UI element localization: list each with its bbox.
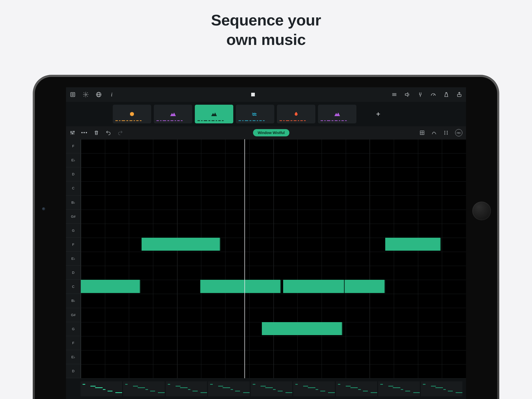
timeline-segment[interactable] bbox=[208, 381, 250, 396]
pattern-preview-dashes bbox=[321, 120, 354, 121]
instrument-mountain-3[interactable] bbox=[318, 105, 356, 123]
device-camera bbox=[42, 207, 45, 210]
midi-note[interactable] bbox=[81, 280, 141, 293]
timeline-segment[interactable] bbox=[81, 381, 122, 396]
midi-note[interactable] bbox=[283, 280, 345, 293]
pattern-preview-dashes bbox=[197, 120, 231, 121]
midi-note[interactable] bbox=[200, 280, 281, 293]
pitch-label: G# bbox=[66, 308, 81, 322]
pattern-preview-dashes bbox=[156, 120, 190, 121]
stop-button[interactable] bbox=[250, 91, 256, 98]
pitch-label: D bbox=[66, 167, 81, 181]
record-button[interactable]: rec bbox=[455, 129, 462, 136]
midi-note[interactable] bbox=[262, 322, 343, 335]
grid-icon[interactable] bbox=[419, 130, 425, 136]
info-icon[interactable]: i bbox=[109, 91, 115, 98]
pattern-preview-dashes bbox=[280, 120, 313, 121]
pitch-label: G# bbox=[66, 210, 81, 224]
flame-icon bbox=[293, 111, 299, 117]
pitch-label: E♭ bbox=[66, 153, 81, 167]
midi-note[interactable] bbox=[385, 238, 441, 251]
device-bezel: i bbox=[35, 77, 497, 399]
timeline-segment[interactable] bbox=[421, 381, 462, 396]
hero-heading: Sequence your own music bbox=[0, 0, 532, 55]
add-instrument-button[interactable]: + bbox=[359, 105, 397, 123]
metronome-icon[interactable] bbox=[443, 91, 449, 98]
timeline-segment[interactable] bbox=[336, 381, 377, 396]
instrument-flame[interactable] bbox=[277, 105, 315, 123]
timeline-segment[interactable] bbox=[251, 381, 292, 396]
svg-line-13 bbox=[433, 94, 434, 96]
trash-icon[interactable] bbox=[94, 130, 99, 136]
pitch-label: B♭ bbox=[66, 294, 81, 308]
pitch-label: C bbox=[66, 280, 81, 294]
pattern-preview-dashes bbox=[238, 120, 272, 121]
sliders-icon[interactable] bbox=[70, 130, 75, 136]
playhead[interactable] bbox=[244, 139, 245, 378]
midi-note[interactable] bbox=[142, 238, 221, 251]
tuning-fork-icon[interactable] bbox=[417, 91, 423, 98]
home-button[interactable] bbox=[472, 202, 491, 220]
timeline-segment[interactable] bbox=[293, 381, 335, 396]
list-icon[interactable] bbox=[391, 91, 397, 98]
settings-icon[interactable] bbox=[83, 91, 89, 98]
redo-icon[interactable] bbox=[117, 130, 123, 136]
top-toolbar: i bbox=[66, 87, 466, 102]
pitch-label: F bbox=[66, 238, 81, 252]
instrument-mountain-2[interactable] bbox=[195, 105, 233, 123]
instrument-wave[interactable] bbox=[236, 105, 274, 123]
undo-icon[interactable] bbox=[105, 130, 111, 136]
editor-toolbar: ••• Window Wistful bbox=[66, 126, 466, 139]
note-grid[interactable] bbox=[81, 139, 466, 378]
pitch-label: B♭ bbox=[66, 196, 81, 210]
speaker-icon[interactable] bbox=[404, 91, 410, 98]
share-icon[interactable] bbox=[456, 91, 462, 98]
pitch-label: E♭ bbox=[66, 252, 81, 266]
velocity-curve-icon[interactable] bbox=[431, 130, 437, 136]
pitch-label: F bbox=[66, 336, 81, 350]
hero-line-2: own music bbox=[226, 31, 306, 48]
instrument-cube[interactable] bbox=[113, 105, 151, 123]
pitch-label: D bbox=[66, 364, 81, 378]
pattern-preview-dashes bbox=[115, 120, 149, 121]
loop-brackets-icon[interactable] bbox=[443, 130, 449, 136]
instrument-mountain-1[interactable] bbox=[154, 105, 192, 123]
timeline-segment[interactable] bbox=[123, 381, 165, 396]
wave-icon bbox=[252, 111, 258, 117]
globe-icon[interactable] bbox=[96, 91, 102, 98]
timeline-segment[interactable] bbox=[166, 381, 207, 396]
timeline-segment[interactable] bbox=[378, 381, 420, 396]
svg-marker-11 bbox=[405, 93, 408, 96]
timeline-strip[interactable]: + bbox=[81, 381, 462, 396]
pitch-label: D bbox=[66, 266, 81, 280]
mountain-3-icon bbox=[334, 111, 341, 117]
more-icon[interactable]: ••• bbox=[82, 130, 87, 136]
svg-point-4 bbox=[85, 94, 87, 95]
cube-icon bbox=[129, 111, 135, 117]
pitch-label: C bbox=[66, 181, 81, 195]
mountain-1-icon bbox=[170, 111, 176, 117]
hero-line-1: Sequence your bbox=[211, 11, 321, 29]
pattern-name-pill[interactable]: Window Wistful bbox=[253, 129, 289, 136]
pitch-label: G bbox=[66, 322, 81, 336]
instrument-strip: + bbox=[66, 102, 466, 126]
app-screen: i bbox=[66, 87, 466, 399]
pitch-label: G bbox=[66, 224, 81, 238]
piano-roll: FE♭DCB♭G#GFE♭DCB♭G#GFE♭D bbox=[66, 139, 466, 378]
pitch-label-column: FE♭DCB♭G#GFE♭DCB♭G#GFE♭D bbox=[66, 139, 81, 378]
mountain-2-icon bbox=[211, 111, 217, 117]
gauge-icon[interactable] bbox=[430, 91, 436, 98]
midi-note[interactable] bbox=[345, 280, 385, 293]
pitch-label: F bbox=[66, 139, 81, 153]
disk-icon[interactable] bbox=[70, 91, 76, 98]
pitch-label: E♭ bbox=[66, 350, 81, 364]
device-frame: i bbox=[33, 75, 499, 399]
